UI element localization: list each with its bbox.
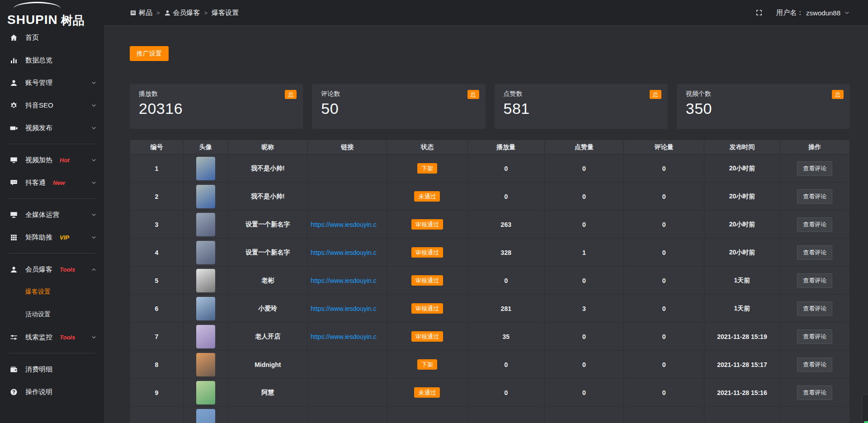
promo-settings-button[interactable]: 推广设置 bbox=[130, 46, 169, 61]
view-comments-button[interactable]: 查看评论 bbox=[797, 217, 832, 232]
stat-cards: 播放数 20316 总 评论数 50 总 点赞数 581 总 视频个数 350 … bbox=[130, 84, 850, 129]
cell-avatar bbox=[183, 351, 228, 379]
chevron-down-icon bbox=[91, 180, 97, 186]
chevron-up-icon bbox=[91, 267, 97, 273]
sidebar-item-home[interactable]: 首页 bbox=[0, 26, 104, 49]
avatar bbox=[196, 381, 215, 404]
cell-id: 7 bbox=[130, 323, 184, 351]
table-row: 4 设置一个新名字 https://www.iesdouyin.c 审核通过 3… bbox=[130, 239, 850, 267]
cell-likes: 0 bbox=[544, 323, 623, 351]
fullscreen-icon[interactable] bbox=[755, 9, 763, 16]
sidebar-subitem[interactable]: 活动设置 bbox=[0, 303, 104, 326]
app-logo: SHUPIN 树品 bbox=[0, 0, 104, 26]
breadcrumb-item[interactable]: 会员爆客 bbox=[164, 9, 200, 17]
sidebar-item-chart[interactable]: 数据总览 bbox=[0, 49, 104, 71]
cell-status: 审核通过 bbox=[387, 211, 467, 239]
breadcrumb-item[interactable]: 树品 bbox=[130, 9, 152, 17]
video-link[interactable]: https://www.iesdouyin.c bbox=[311, 249, 377, 256]
cell-id: 2 bbox=[130, 183, 184, 211]
sidebar-item-label: 线索监控 bbox=[25, 333, 52, 342]
sidebar-item-monitor[interactable]: 全媒体运营 bbox=[0, 203, 104, 226]
sidebar-item-gear[interactable]: 抖音SEO bbox=[0, 94, 104, 117]
cell-time: 20小时前 bbox=[704, 155, 780, 183]
sidebar-subitem[interactable]: 爆客设置 bbox=[0, 281, 104, 303]
video-icon bbox=[10, 124, 18, 132]
cell-likes bbox=[544, 407, 623, 423]
view-comments-button[interactable]: 查看评论 bbox=[797, 189, 832, 204]
doc-icon bbox=[130, 9, 137, 16]
sidebar-item-member[interactable]: 会员爆客 Tools bbox=[0, 258, 104, 281]
cell-time: 20小时前 bbox=[704, 211, 780, 239]
cell-likes: 0 bbox=[544, 379, 623, 407]
table-row: 3 设置一个新名字 https://www.iesdouyin.c 审核通过 2… bbox=[130, 211, 850, 239]
view-comments-button[interactable]: 查看评论 bbox=[797, 245, 832, 260]
table-row: 6 小爱玲 https://www.iesdouyin.c 审核通过 281 3… bbox=[130, 295, 850, 323]
sidebar-item-user[interactable]: 账号管理 bbox=[0, 71, 104, 94]
sidebar-item-wallet[interactable]: 消费明细 bbox=[0, 358, 104, 381]
breadcrumb-item[interactable]: 爆客设置 bbox=[212, 9, 239, 17]
grid-icon bbox=[10, 234, 18, 241]
sidebar-item-tv[interactable]: 视频加热 Hot bbox=[0, 149, 104, 171]
user-icon bbox=[164, 9, 171, 16]
sidebar-item-video[interactable]: 视频发布 bbox=[0, 117, 104, 139]
view-comments-button[interactable]: 查看评论 bbox=[797, 273, 832, 288]
cell-time: 2021-11-28 15:17 bbox=[704, 351, 780, 379]
view-comments-button[interactable]: 查看评论 bbox=[797, 357, 832, 372]
cell-status: 未通过 bbox=[387, 183, 467, 211]
avatar bbox=[196, 157, 215, 180]
sidebar-item-label: 会员爆客 bbox=[25, 265, 52, 274]
breadcrumb-label: 会员爆客 bbox=[173, 9, 200, 17]
view-comments-button[interactable]: 查看评论 bbox=[797, 301, 832, 316]
sidebar-item-help[interactable]: 操作说明 bbox=[0, 381, 104, 403]
video-link[interactable]: https://www.iesdouyin.c bbox=[311, 277, 377, 284]
sidebar-item-sliders[interactable]: 线索监控 Tools bbox=[0, 326, 104, 348]
sidebar-item-label: 抖客通 bbox=[25, 179, 46, 187]
sidebar-subitem-label: 爆客设置 bbox=[25, 288, 51, 296]
topbar: 树品 > 会员爆客 > 爆客设置 用户名：zswodun88 bbox=[104, 0, 868, 26]
cell-action bbox=[780, 407, 849, 423]
column-header: 点赞量 bbox=[544, 140, 623, 155]
cell-likes: 3 bbox=[544, 295, 623, 323]
username-label: 用户名： bbox=[776, 9, 803, 17]
sidebar-item-grid[interactable]: 矩阵助推 VIP bbox=[0, 226, 104, 249]
floating-widget[interactable] bbox=[862, 394, 868, 423]
sidebar-item-chat[interactable]: 抖客通 New bbox=[0, 171, 104, 194]
cell-avatar bbox=[183, 183, 228, 211]
video-link[interactable]: https://www.iesdouyin.c bbox=[311, 221, 377, 228]
monitor-icon bbox=[10, 211, 18, 219]
user-menu[interactable]: 用户名：zswodun88 bbox=[776, 9, 850, 17]
table-row: 5 老彬 https://www.iesdouyin.c 审核通过 0 0 0 … bbox=[130, 267, 850, 295]
cell-likes: 0 bbox=[544, 211, 623, 239]
cell-action: 查看评论 bbox=[780, 267, 849, 295]
avatar bbox=[196, 269, 215, 292]
cell-link bbox=[308, 183, 387, 211]
main-area: 树品 > 会员爆客 > 爆客设置 用户名：zswodun88 推广设置 播放数 … bbox=[104, 0, 868, 423]
table-row: 9 阿慧 未通过 0 0 0 2021-11-28 15:16 查看评论 bbox=[130, 379, 850, 407]
video-link[interactable]: https://www.iesdouyin.c bbox=[311, 305, 377, 312]
breadcrumb-label: 树品 bbox=[139, 9, 152, 17]
status-badge: 审核通过 bbox=[411, 331, 443, 342]
cell-id bbox=[130, 407, 184, 423]
sidebar-item-label: 消费明细 bbox=[25, 365, 52, 374]
sidebar-divider bbox=[8, 144, 96, 144]
sidebar-divider bbox=[8, 353, 96, 353]
view-comments-button[interactable]: 查看评论 bbox=[797, 329, 832, 344]
cell-comments: 0 bbox=[624, 379, 704, 407]
cell-nickname: 阿慧 bbox=[228, 379, 308, 407]
sidebar-item-label: 首页 bbox=[25, 33, 39, 42]
status-badge: 审核通过 bbox=[411, 303, 443, 314]
cell-nickname: 设置一个新名字 bbox=[228, 239, 308, 267]
total-badge: 总 bbox=[467, 90, 479, 99]
cell-comments: 0 bbox=[624, 211, 704, 239]
column-header: 评论量 bbox=[624, 140, 704, 155]
chevron-down-icon bbox=[844, 10, 850, 16]
cell-plays: 0 bbox=[467, 379, 544, 407]
video-link[interactable]: https://www.iesdouyin.c bbox=[311, 333, 377, 340]
view-comments-button[interactable]: 查看评论 bbox=[797, 161, 832, 176]
content-area: 推广设置 播放数 20316 总 评论数 50 总 点赞数 581 总 视频个数… bbox=[104, 26, 868, 423]
view-comments-button[interactable]: 查看评论 bbox=[797, 385, 832, 400]
sidebar-item-badge: New bbox=[53, 179, 65, 186]
cell-status: 下架 bbox=[387, 155, 467, 183]
sidebar: SHUPIN 树品 首页 数据总览 账号管理 抖音SEO 视频发布 视频加热 H bbox=[0, 0, 104, 423]
cell-status: 下架 bbox=[387, 351, 467, 379]
